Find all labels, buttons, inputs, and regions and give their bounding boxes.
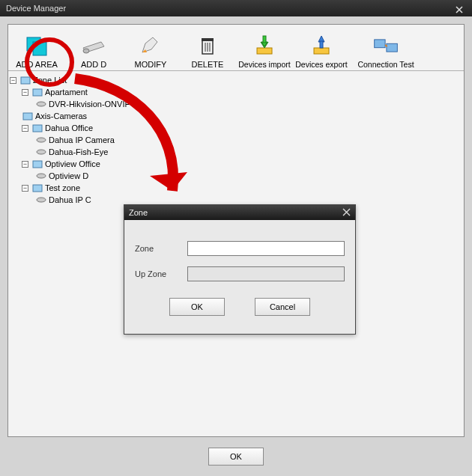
- zone-dialog-buttons: OK Cancel: [135, 292, 345, 326]
- device-icon: [35, 147, 47, 157]
- collapse-icon[interactable]: −: [10, 77, 16, 84]
- window-title: Device Manager: [6, 0, 66, 16]
- collapse-icon[interactable]: −: [22, 161, 28, 168]
- modify-icon: [137, 33, 164, 58]
- add-device-label: ADD D: [81, 60, 106, 69]
- tree-root-label: Zone List: [33, 74, 67, 86]
- svg-point-23: [37, 102, 46, 106]
- tree-leaf[interactable]: Dahua IP Camera: [10, 134, 462, 146]
- footer: OK: [208, 448, 264, 466]
- area-icon: [22, 111, 34, 121]
- zone-ok-button[interactable]: OK: [169, 298, 225, 316]
- modify-label: MODIFY: [135, 60, 167, 69]
- area-icon: [31, 123, 43, 133]
- tree-node[interactable]: − Apartament: [10, 86, 462, 98]
- svg-rect-25: [33, 125, 42, 132]
- devices-import-button[interactable]: Devices import: [236, 33, 293, 69]
- add-area-icon: [23, 33, 50, 58]
- delete-icon: [194, 33, 221, 58]
- zone-dialog: Zone Zone Up Zone OK Cancel: [124, 204, 356, 335]
- svg-rect-11: [257, 48, 272, 54]
- zone-input[interactable]: [187, 241, 345, 256]
- tree-node-label: Test zone: [45, 182, 80, 194]
- add-area-label: ADD AREA: [16, 60, 58, 69]
- svg-rect-21: [21, 77, 30, 84]
- tree-node[interactable]: − Test zone: [10, 182, 462, 194]
- svg-rect-19: [387, 43, 397, 52]
- svg-rect-24: [23, 113, 32, 120]
- svg-point-29: [37, 174, 46, 178]
- export-icon: [308, 33, 335, 58]
- upzone-input: [187, 266, 345, 281]
- zone-field-label: Zone: [135, 244, 187, 253]
- tree-leaf[interactable]: DVR-Hikvision-ONVIF: [10, 98, 462, 110]
- modify-button[interactable]: MODIFY: [122, 33, 179, 69]
- svg-rect-18: [375, 40, 385, 48]
- collapse-icon[interactable]: −: [22, 89, 28, 96]
- tree-leaf-label: DVR-Hikvision-ONVIF: [49, 98, 130, 110]
- devices-export-button[interactable]: Devices export: [293, 33, 350, 69]
- area-icon: [31, 159, 43, 169]
- tree-leaf[interactable]: Optiview D: [10, 170, 462, 182]
- device-manager-window: Device Manager ADD AREA: [0, 0, 472, 476]
- device-icon: [35, 99, 47, 109]
- device-icon: [35, 171, 47, 181]
- connection-test-icon: [372, 33, 399, 58]
- connection-test-label: Connection Test: [357, 60, 414, 69]
- tree-node-label: Axis-Cameras: [35, 110, 87, 122]
- zone-field-row: Zone: [135, 241, 345, 256]
- zone-dialog-titlebar: Zone: [124, 205, 355, 220]
- window-titlebar: Device Manager: [0, 0, 472, 16]
- add-area-button[interactable]: ADD AREA: [8, 33, 65, 69]
- delete-label: DELETE: [192, 60, 224, 69]
- devices-import-label: Devices import: [238, 60, 290, 69]
- add-device-button[interactable]: ADD D: [65, 33, 122, 69]
- close-icon: [342, 208, 351, 216]
- area-icon: [31, 183, 43, 193]
- connection-test-button[interactable]: Connection Test: [350, 33, 422, 69]
- tree-node-label: Dahua Office: [45, 122, 93, 134]
- tree-node[interactable]: − Optiview Office: [10, 158, 462, 170]
- svg-rect-15: [314, 48, 329, 54]
- collapse-icon[interactable]: −: [22, 185, 28, 192]
- main-ok-button[interactable]: OK: [208, 448, 264, 466]
- svg-rect-28: [33, 161, 42, 168]
- zone-tree[interactable]: − Zone List − Apartament DVR-Hikvision-O…: [8, 71, 464, 209]
- toolbar: ADD AREA ADD D: [8, 25, 464, 71]
- tree-node[interactable]: − Dahua Office: [10, 122, 462, 134]
- folder-icon: [19, 75, 31, 85]
- collapse-icon[interactable]: −: [22, 125, 28, 132]
- svg-point-31: [37, 198, 46, 202]
- zone-cancel-button[interactable]: Cancel: [255, 298, 310, 316]
- zone-dialog-close-button[interactable]: [342, 208, 351, 218]
- svg-rect-22: [33, 89, 42, 96]
- import-icon: [251, 33, 278, 58]
- svg-point-27: [37, 150, 46, 154]
- tree-leaf-label: Optiview D: [49, 170, 88, 182]
- close-icon: [455, 5, 464, 14]
- tree-node[interactable]: Axis-Cameras: [10, 110, 462, 122]
- svg-rect-10: [202, 38, 214, 41]
- area-icon: [31, 87, 43, 97]
- tree-leaf-label: Dahua IP Camera: [49, 134, 115, 146]
- tree-leaf-label: Dahua IP C: [49, 194, 91, 206]
- svg-point-26: [37, 138, 46, 142]
- tree-node-label: Optiview Office: [45, 158, 100, 170]
- zone-dialog-body: Zone Up Zone OK Cancel: [124, 220, 355, 334]
- svg-rect-17: [320, 41, 323, 48]
- svg-rect-30: [33, 185, 42, 192]
- tree-node-label: Apartament: [45, 86, 88, 98]
- upzone-field-label: Up Zone: [135, 269, 187, 278]
- tree-leaf[interactable]: Dahua-Fish-Eye: [10, 146, 462, 158]
- devices-export-label: Devices export: [295, 60, 347, 69]
- add-device-icon: [80, 33, 107, 58]
- device-icon: [35, 135, 47, 145]
- delete-button[interactable]: DELETE: [179, 33, 236, 69]
- upzone-field-row: Up Zone: [135, 266, 345, 281]
- zone-dialog-title: Zone: [129, 208, 148, 217]
- svg-rect-1: [33, 42, 46, 55]
- tree-root[interactable]: − Zone List: [10, 74, 462, 86]
- device-icon: [35, 195, 47, 205]
- window-close-button[interactable]: [453, 2, 466, 14]
- svg-point-3: [83, 49, 89, 53]
